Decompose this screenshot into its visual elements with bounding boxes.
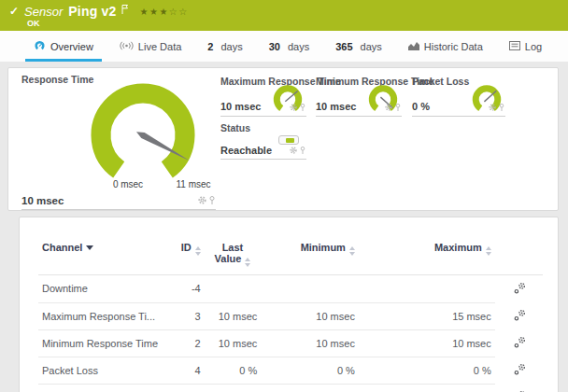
ok-check-icon: ✓ bbox=[9, 5, 19, 18]
priority-flag-icon bbox=[121, 1, 128, 18]
id-cell: 3 bbox=[162, 302, 205, 329]
id-cell: -4 bbox=[162, 275, 205, 303]
id-cell: 2 bbox=[162, 329, 205, 357]
gauge-settings-gear-icon[interactable] bbox=[290, 141, 297, 158]
gauge-pin-icon[interactable] bbox=[300, 141, 305, 158]
tab-historic-data[interactable]: Historic Data bbox=[395, 31, 496, 62]
table-row[interactable]: Packet Loss 4 0 % 0 % 0 % bbox=[38, 357, 543, 384]
sort-icon bbox=[486, 246, 491, 256]
channel-name-cell: Downtime bbox=[38, 275, 162, 303]
sensor-header: ✓ Sensor Ping v2 ★★★☆☆ OK bbox=[0, 0, 568, 31]
sort-icon bbox=[195, 246, 201, 256]
live-signal-icon bbox=[120, 41, 134, 52]
response-time-gauge bbox=[85, 81, 202, 186]
priority-stars[interactable]: ★★★☆☆ bbox=[139, 7, 188, 17]
packet-loss-gauge-block: Packet Loss 0 % bbox=[412, 76, 505, 117]
column-header-id[interactable]: ID bbox=[162, 238, 205, 275]
id-cell: 0 bbox=[162, 384, 205, 392]
response-time-gauge-block: Response Time 0 msec 11 msec 10 msec bbox=[21, 74, 216, 210]
minimum-cell bbox=[261, 275, 359, 303]
channel-settings-icon[interactable] bbox=[495, 302, 543, 329]
channel-name-cell: Maximum Response Ti... bbox=[38, 302, 162, 329]
gauge-settings-gear-icon[interactable] bbox=[489, 98, 496, 115]
channel-settings-icon[interactable] bbox=[495, 329, 543, 357]
status-block: Status Reachable bbox=[220, 122, 306, 160]
maximum-cell: 15 msec bbox=[359, 302, 495, 329]
maximum-cell: 0 % bbox=[359, 357, 495, 384]
last-value-cell: 10 msec bbox=[205, 329, 262, 357]
channel-table-panel: Channel ID Last Value Minimum Maximum Do… bbox=[19, 217, 559, 392]
tab-live-data[interactable]: Live Data bbox=[106, 31, 194, 62]
gauge-pin-icon[interactable] bbox=[499, 98, 504, 115]
status-value: Reachable bbox=[220, 145, 272, 156]
channel-table: Channel ID Last Value Minimum Maximum Do… bbox=[38, 238, 543, 392]
minimum-cell: 10 msec bbox=[261, 384, 359, 392]
gauge-scale-max: 11 msec bbox=[176, 179, 210, 189]
tab-log[interactable]: Log bbox=[496, 31, 555, 62]
channel-settings-icon[interactable] bbox=[495, 275, 543, 303]
gauge-pin-icon[interactable] bbox=[395, 98, 401, 115]
sort-desc-icon bbox=[86, 245, 93, 250]
column-header-last-value[interactable]: Last Value bbox=[205, 238, 262, 275]
table-row[interactable]: Minimum Response Time 2 10 msec 10 msec … bbox=[38, 329, 543, 357]
maximum-response-time-gauge-block: Maximum Response Time 10 msec bbox=[220, 76, 306, 117]
table-row[interactable]: Maximum Response Ti... 3 10 msec 10 msec… bbox=[38, 302, 543, 329]
gauge-icon bbox=[34, 40, 46, 53]
column-header-minimum[interactable]: Minimum bbox=[261, 238, 359, 275]
minimum-cell: 0 % bbox=[261, 357, 359, 384]
channel-settings-icon[interactable] bbox=[495, 384, 543, 392]
gauge-value: 10 msec bbox=[316, 101, 356, 112]
gauge-value: 10 msec bbox=[220, 101, 261, 112]
gauge-settings-gear-icon[interactable] bbox=[385, 98, 392, 115]
sort-icon bbox=[349, 246, 355, 256]
sensor-tab-bar: Overview Live Data 2days 30days 365days … bbox=[0, 31, 568, 62]
tab-30-days[interactable]: 30days bbox=[256, 31, 323, 62]
id-cell: 4 bbox=[162, 357, 205, 384]
tab-365-days[interactable]: 365days bbox=[322, 31, 395, 62]
last-value-cell bbox=[205, 275, 262, 303]
last-value-cell: 0 % bbox=[205, 357, 262, 384]
column-header-channel[interactable]: Channel bbox=[38, 238, 162, 275]
minimum-cell: 10 msec bbox=[261, 302, 359, 329]
tab-settings[interactable]: Settings bbox=[555, 31, 568, 62]
gauge-pin-icon[interactable] bbox=[209, 191, 215, 208]
maximum-cell: 11 msec bbox=[359, 384, 495, 392]
minimum-response-time-gauge-block: Minimum Response Time 10 msec bbox=[316, 76, 402, 117]
channel-name-cell: Packet Loss bbox=[38, 357, 162, 384]
column-header-actions bbox=[495, 238, 543, 275]
sort-icon bbox=[245, 258, 250, 267]
column-header-maximum[interactable]: Maximum bbox=[359, 238, 495, 275]
gauge-settings-gear-icon[interactable] bbox=[198, 191, 206, 208]
last-value-cell: 10 msec bbox=[205, 384, 262, 392]
channel-name-cell: Response Time bbox=[38, 384, 162, 392]
gauge-scale-min: 0 msec bbox=[113, 179, 143, 189]
gauge-value: 0 % bbox=[412, 101, 430, 112]
channel-name-cell: Minimum Response Time bbox=[38, 329, 162, 357]
last-value-cell: 10 msec bbox=[205, 302, 262, 329]
gauge-settings-gear-icon[interactable] bbox=[290, 98, 297, 115]
table-row[interactable]: Response Time 0 10 msec 10 msec 11 msec bbox=[38, 384, 543, 392]
status-badge: OK bbox=[27, 19, 40, 28]
gauge-value: 10 msec bbox=[21, 195, 64, 206]
channel-table-header-row: Channel ID Last Value Minimum Maximum bbox=[38, 238, 543, 275]
tab-2-days[interactable]: 2days bbox=[194, 31, 255, 62]
channel-settings-icon[interactable] bbox=[495, 357, 543, 384]
table-row[interactable]: Downtime -4 bbox=[38, 275, 543, 303]
object-kind-label: Sensor bbox=[24, 5, 63, 19]
overview-gauges-panel: Response Time 0 msec 11 msec 10 msec Max… bbox=[7, 67, 559, 211]
log-icon bbox=[509, 41, 520, 52]
tab-overview[interactable]: Overview bbox=[21, 31, 106, 62]
maximum-cell: 10 msec bbox=[359, 329, 495, 357]
minimum-cell: 10 msec bbox=[261, 329, 359, 357]
gauge-pin-icon[interactable] bbox=[300, 98, 305, 115]
status-title: Status bbox=[220, 122, 306, 133]
maximum-cell bbox=[359, 275, 495, 303]
sensor-title: Ping v2 bbox=[68, 4, 116, 19]
chart-icon bbox=[408, 41, 419, 52]
